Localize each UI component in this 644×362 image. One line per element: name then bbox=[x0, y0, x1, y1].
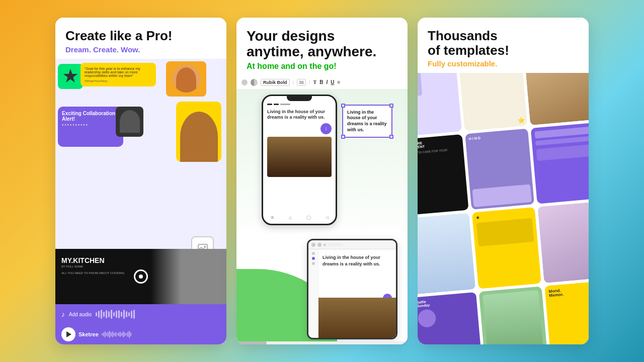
design-collage: "Goal for this year is to enhance my lea… bbox=[55, 59, 226, 304]
collab-box: Exciting Collaboration Alert! ● ● ● ● ● … bbox=[58, 107, 123, 147]
template-green[interactable] bbox=[478, 287, 548, 344]
collab-text: Exciting Collaboration Alert! bbox=[62, 111, 119, 122]
card3-title: Thousands of templates! bbox=[428, 29, 579, 57]
goal-post: "Goal for this year is to enhance my lea… bbox=[80, 63, 156, 86]
phone-photo-placeholder bbox=[267, 137, 332, 177]
sync-icon: ↕ bbox=[320, 123, 332, 134]
phone-status-bar bbox=[267, 104, 332, 105]
card2-title: Your designs anytime, anywhere. bbox=[247, 29, 397, 60]
track-waveform bbox=[102, 331, 131, 338]
phone-inner: Living in the house of your dreams is a … bbox=[263, 101, 336, 179]
card2-subtitle: At home and on the go! bbox=[247, 62, 397, 71]
kitchen-image bbox=[151, 249, 226, 304]
bold-icon[interactable]: B bbox=[319, 79, 323, 85]
card-create-pro: Create like a Pro! Dream. Create. Wow. "… bbox=[55, 18, 226, 344]
template-motivation[interactable]: Motivation Monday bbox=[418, 73, 461, 137]
card3-header: Thousands of templates! Fully customizab… bbox=[418, 18, 589, 73]
green-accent-box bbox=[58, 64, 83, 89]
resize-handle-tl[interactable] bbox=[341, 104, 345, 108]
template-grid: Motivation Monday ● FUNNY FRIDAY ⭐ SKIN … bbox=[418, 73, 589, 344]
person-image-top bbox=[166, 61, 206, 97]
phone-text-content: Living in the house of your dreams is a … bbox=[267, 109, 332, 121]
card1-body: "Goal for this year is to enhance my lea… bbox=[55, 59, 226, 304]
template-yellow[interactable]: ★ bbox=[472, 208, 542, 289]
goal-text: "Goal for this year is to enhance my lea… bbox=[85, 67, 152, 77]
nav-icon-2[interactable]: △ bbox=[289, 215, 292, 220]
audio-bar: ♪ Add audio bbox=[55, 304, 226, 324]
text-box-content: Living in the house of your dreams is a … bbox=[347, 110, 387, 132]
circle-icon bbox=[242, 79, 248, 85]
text-box-selection[interactable]: Living in the house of your dreams is a … bbox=[342, 105, 392, 138]
yellow-person-image bbox=[176, 102, 221, 162]
editor-canvas-area: Living in the house of your dreams is a … bbox=[236, 89, 408, 344]
card3-body: Motivation Monday ● FUNNY FRIDAY ⭐ SKIN … bbox=[418, 73, 589, 344]
kitchen-sub: ALL YOU NEED TO KNOW ABOUT COOKING bbox=[61, 272, 124, 275]
template-purple[interactable] bbox=[531, 123, 589, 204]
underline-icon[interactable]: U bbox=[331, 79, 334, 85]
person-avatar bbox=[173, 65, 200, 93]
svg-point-4 bbox=[204, 245, 205, 247]
nav-icon-4[interactable]: ◁ bbox=[326, 215, 329, 220]
progress-circle bbox=[134, 269, 148, 284]
toolbar-separator-1: : bbox=[293, 80, 294, 85]
phone-mockup: Living in the house of your dreams is a … bbox=[262, 95, 337, 225]
add-audio-label: Add audio bbox=[69, 312, 92, 317]
resize-handle-bl[interactable] bbox=[341, 135, 345, 139]
music-note-icon: ♪ bbox=[61, 310, 65, 318]
sidebar-dot-3 bbox=[312, 262, 315, 265]
font-size-label[interactable]: 36 bbox=[297, 79, 306, 86]
toolbar-separator-2: : bbox=[309, 80, 310, 85]
tablet-sidebar bbox=[308, 249, 318, 338]
template-blue-portrait[interactable] bbox=[418, 213, 475, 295]
tablet-main-area: Living in the house of your dreams is a … bbox=[318, 249, 396, 338]
tablet-mockup: ⊞ Living in the house of your dreams is … bbox=[307, 239, 397, 339]
phone-bottom-nav: ⊞ △ ◯ ◁ bbox=[263, 215, 336, 220]
template-motivation-img bbox=[418, 73, 422, 98]
tablet-photo bbox=[318, 298, 396, 338]
card1-title: Create like a Pro! bbox=[65, 29, 216, 43]
starburst-icon bbox=[63, 69, 78, 84]
card1-subtitle: Dream. Create. Wow. bbox=[65, 45, 216, 54]
collab-person-image bbox=[116, 107, 143, 137]
card2-header: Your designs anytime, anywhere. At home … bbox=[236, 18, 408, 76]
templates-container: Motivation Monday ● FUNNY FRIDAY ⭐ SKIN … bbox=[418, 73, 589, 344]
phone-notch bbox=[287, 96, 312, 101]
template-skincare[interactable]: SKIN CARE TREATMENT WE LOVE TO CARE FOR … bbox=[418, 134, 468, 216]
scrollbar[interactable] bbox=[236, 341, 408, 344]
card1-header: Create like a Pro! Dream. Create. Wow. bbox=[55, 18, 226, 59]
template-sunday[interactable]: Selfie Sunday bbox=[418, 292, 482, 344]
kitchen-title: MY.KITCHEN bbox=[61, 256, 105, 264]
track-name: Sketree bbox=[78, 331, 99, 337]
template-funny-friday[interactable]: ● FUNNY FRIDAY ⭐ bbox=[458, 73, 528, 131]
card2-body: Rubik Bold : 36 : T B I U ≡ bbox=[236, 76, 408, 344]
play-button[interactable] bbox=[61, 327, 75, 341]
sidebar-dot-2 bbox=[312, 257, 315, 260]
audio-waveform bbox=[96, 309, 220, 319]
kitchen-box: MY.KITCHEN BY FULL NAME ALL YOU NEED TO … bbox=[55, 249, 226, 304]
card-designs: Your designs anytime, anywhere. At home … bbox=[236, 18, 408, 344]
sketree-bar: Sketree bbox=[55, 324, 226, 344]
card3-subtitle: Fully customizable. bbox=[428, 59, 579, 68]
template-portrait-2[interactable] bbox=[538, 202, 589, 283]
template-collab[interactable]: H I N D bbox=[465, 128, 535, 210]
resize-handle-br[interactable] bbox=[389, 135, 393, 139]
phone-sync-area: ↕ bbox=[267, 123, 332, 134]
italic-icon[interactable]: I bbox=[326, 79, 328, 85]
sidebar-dot-1 bbox=[312, 252, 315, 255]
tablet-toolbar: ⊞ bbox=[308, 240, 396, 249]
align-icon[interactable]: ≡ bbox=[337, 79, 340, 85]
nav-icon-3[interactable]: ◯ bbox=[306, 215, 311, 220]
tablet-content: Living in the house of your dreams is a … bbox=[308, 249, 396, 338]
font-name-label[interactable]: Rubik Bold bbox=[261, 79, 290, 86]
template-monday[interactable]: Mond. Memor. bbox=[545, 281, 589, 344]
resize-handle-tr[interactable] bbox=[389, 104, 393, 108]
scrollbar-thumb[interactable] bbox=[236, 341, 267, 344]
contrast-icon bbox=[251, 79, 258, 86]
play-icon bbox=[66, 331, 71, 337]
tablet-text-content: Living in the house of your dreams is a … bbox=[323, 254, 392, 267]
nav-icon-1[interactable]: ⊞ bbox=[271, 215, 274, 220]
template-portrait-1[interactable] bbox=[524, 73, 589, 125]
text-type-icon[interactable]: T bbox=[313, 79, 317, 85]
editor-toolbar: Rubik Bold : 36 : T B I U ≡ bbox=[236, 76, 408, 89]
kitchen-by: BY FULL NAME bbox=[61, 265, 83, 268]
